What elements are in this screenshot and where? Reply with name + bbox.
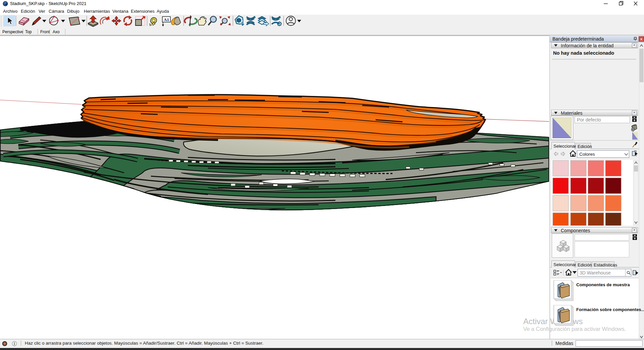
svg-text:A1: A1 xyxy=(164,17,169,22)
